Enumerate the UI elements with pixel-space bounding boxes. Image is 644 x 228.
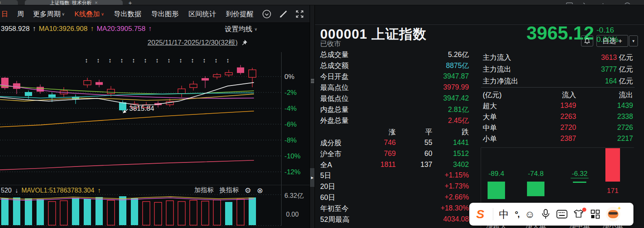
panel-splitter[interactable]: ▶ bbox=[310, 5, 315, 228]
inflow-value: 1349 bbox=[519, 101, 576, 110]
more-periods-dropdown[interactable]: 更多周期∨ bbox=[33, 9, 65, 19]
tab-close-icon[interactable]: × bbox=[95, 0, 98, 5]
close-pane-icon[interactable]: ⊗ bbox=[257, 186, 263, 195]
list-icon[interactable] bbox=[566, 3, 572, 4]
switch-indicator-button[interactable]: 换指标 bbox=[219, 186, 239, 195]
updown-arrow-icon: ↕ bbox=[108, 57, 112, 64]
change-value: -0.16 bbox=[596, 25, 618, 35]
y-axis-tick: 0% bbox=[284, 73, 295, 81]
period-week-button[interactable]: 周 bbox=[17, 9, 24, 19]
add-watchlist-button[interactable]: 自选 + bbox=[596, 35, 628, 47]
detail-row: 今日开盘 3947.87 bbox=[320, 71, 469, 82]
detail-value: 3979.99 bbox=[443, 83, 469, 92]
alert-bell-button[interactable] bbox=[581, 35, 593, 46]
volume-bar bbox=[237, 199, 244, 225]
keyboard-icon[interactable] bbox=[556, 210, 568, 219]
ma5-value: 3958.928 bbox=[1, 25, 30, 33]
watchlist-dropdown-button[interactable]: ▼ bbox=[629, 35, 638, 46]
gear-icon[interactable]: ⚙ bbox=[245, 186, 251, 195]
sparkle-icon: ✦ bbox=[617, 205, 622, 211]
chevron-down-icon: ∨ bbox=[101, 12, 104, 16]
candle bbox=[237, 65, 244, 75]
volume-bar bbox=[143, 202, 150, 225]
mavol-value: MAVOL1:517863783.304 bbox=[22, 187, 94, 194]
volume-bar bbox=[37, 199, 44, 225]
splitter-grip[interactable] bbox=[311, 79, 314, 83]
ime-assistant-icon[interactable]: ✦ bbox=[606, 207, 620, 221]
down-count: 1512 bbox=[432, 149, 469, 158]
inflow-value: 2387 bbox=[519, 134, 576, 143]
brush-icon[interactable] bbox=[279, 10, 288, 18]
sogou-logo-icon[interactable]: S bbox=[473, 207, 487, 221]
col-up: 涨 bbox=[359, 127, 396, 137]
punctuation-icon[interactable]: °, bbox=[515, 209, 519, 219]
outflow-value: 1439 bbox=[576, 101, 633, 110]
perf-label: 60日 bbox=[320, 193, 335, 202]
date-range-link[interactable]: 2025/11/17-2025/12/30(32根) bbox=[147, 38, 238, 47]
updown-arrow-icon: ↕ bbox=[144, 57, 147, 64]
col-down: 跌 bbox=[432, 127, 469, 137]
ma-cyan bbox=[0, 93, 254, 98]
period-day-button[interactable]: 日 bbox=[1, 9, 8, 19]
detail-row: 总成交额 8875亿 bbox=[320, 60, 469, 71]
splitter-handle[interactable]: ▶ bbox=[310, 168, 314, 187]
tab-active[interactable]: 上证指数_技术分析 × bbox=[25, 0, 123, 5]
outflow-value: 2726 bbox=[576, 123, 633, 132]
export-chart-button[interactable]: 导出图形 bbox=[151, 9, 179, 19]
vol-value: 520 bbox=[1, 187, 12, 194]
flow-table-row: 大单 2263 2338 bbox=[483, 111, 633, 122]
date-range-row: 2025/11/17-2025/12/30(32根) bbox=[147, 37, 248, 47]
volume-bar bbox=[213, 200, 221, 225]
kline-overlay-dropdown[interactable]: K线叠加∨ bbox=[74, 9, 104, 19]
y-axis-tick: -10% bbox=[284, 152, 301, 160]
chevron-down-icon: ∨ bbox=[254, 27, 257, 31]
export-data-button[interactable]: 导出数据 bbox=[114, 9, 141, 19]
ma10-value: MA10:3926.908 bbox=[39, 25, 87, 33]
updown-arrow-icon: ↕ bbox=[167, 57, 171, 64]
market-status: 已收市 bbox=[320, 39, 341, 48]
divider bbox=[481, 87, 635, 88]
detail-value: 2.81亿 bbox=[448, 105, 469, 114]
sunglasses bbox=[609, 212, 618, 215]
breadth-row: 成分股 746 55 1441 bbox=[320, 137, 469, 148]
flow-value: 3613 bbox=[601, 53, 617, 61]
flat-count: 137 bbox=[396, 160, 432, 169]
range-stats-button[interactable]: 区间统计 bbox=[189, 9, 216, 19]
set-ma-dropdown[interactable]: 设置均线 ∨ bbox=[225, 24, 257, 34]
volume-bar bbox=[72, 198, 79, 225]
pin-icon[interactable] bbox=[241, 39, 248, 46]
divider bbox=[493, 208, 493, 220]
add-indicator-button[interactable]: 加指标 bbox=[194, 186, 214, 195]
toolbar-icon-group bbox=[262, 5, 304, 23]
emoji-icon[interactable]: ☺ bbox=[525, 209, 535, 219]
fullscreen-icon[interactable] bbox=[295, 10, 304, 18]
collapse-arrow-icon: ▶ bbox=[311, 176, 313, 180]
language-mode-icon[interactable]: 中 bbox=[499, 208, 509, 221]
skin-shop-icon[interactable] bbox=[573, 209, 585, 219]
refresh-icon[interactable] bbox=[603, 3, 606, 4]
tab-background[interactable]: 析 × bbox=[0, 0, 18, 5]
clock-dropdown-icon[interactable] bbox=[262, 9, 271, 19]
volume-bar bbox=[48, 202, 56, 225]
quote-detail-list: 总成交量 5.26亿 总成交额 8875亿 今日开盘 3947.87 最高点位 … bbox=[320, 49, 469, 126]
outflow-header: 流出 bbox=[576, 90, 633, 100]
new-tab-button[interactable]: + bbox=[128, 0, 132, 5]
candle bbox=[202, 76, 209, 88]
ime-toolbar: S 中 °, ☺ bbox=[469, 203, 633, 226]
detail-row: 最高点位 3979.99 bbox=[320, 82, 469, 93]
pen-icon[interactable] bbox=[583, 3, 588, 4]
clock-icon[interactable] bbox=[624, 3, 630, 4]
tab-close-icon[interactable]: × bbox=[0, 0, 1, 5]
apps-grid-icon[interactable] bbox=[590, 209, 600, 219]
perf-value: +2.66% bbox=[445, 193, 469, 202]
flow-table-row: 超大 1349 1439 bbox=[483, 100, 633, 111]
perf-label: 20日 bbox=[320, 182, 335, 191]
bell-icon bbox=[584, 38, 590, 44]
microphone-icon[interactable] bbox=[541, 209, 551, 219]
breadth-label: 全A bbox=[320, 160, 359, 170]
price-alert-button[interactable]: 到价提醒 bbox=[226, 9, 254, 19]
mavol-yellow bbox=[0, 197, 254, 199]
volume-bar bbox=[25, 198, 32, 225]
breadth-row: 沪全市 769 60 1512 bbox=[320, 148, 469, 159]
detail-label: 总成交额 bbox=[320, 61, 349, 70]
